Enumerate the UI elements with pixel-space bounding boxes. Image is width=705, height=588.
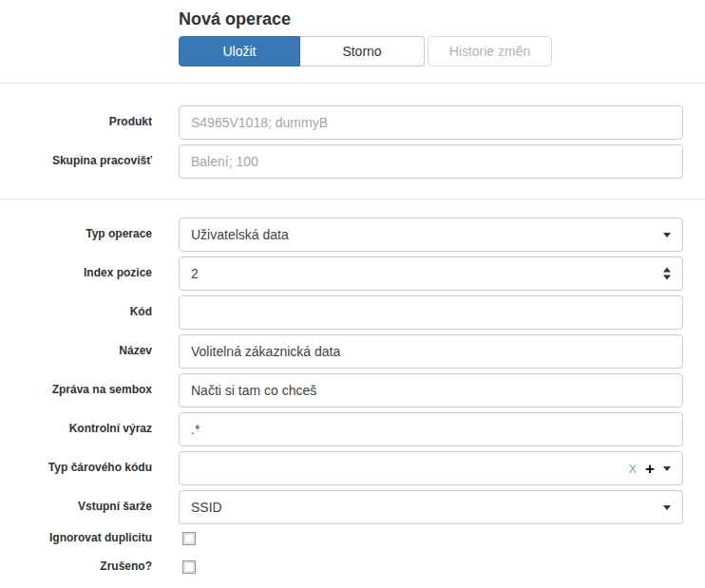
- cancel-button[interactable]: Storno: [300, 36, 425, 66]
- kod-input[interactable]: [179, 295, 683, 330]
- produkt-input[interactable]: [179, 105, 683, 140]
- zruseno-control: [179, 558, 683, 575]
- index-pozice-label: Index pozice: [0, 256, 152, 291]
- page-title: Nová operace: [179, 0, 705, 30]
- skupina-pracovist-label: Skupina pracovišť: [0, 144, 152, 179]
- save-button[interactable]: Uložit: [179, 36, 300, 66]
- zprava-na-sembox-control: [179, 373, 683, 408]
- ignorovat-duplicitu-checkbox[interactable]: [182, 532, 196, 545]
- kontrolni-vyraz-input[interactable]: [179, 412, 683, 446]
- skupina-pracovist-control: [179, 144, 683, 179]
- form-row-zruseno: Zrušeno?: [0, 558, 705, 575]
- zprava-na-sembox-label: Zpráva na sembox: [0, 373, 152, 408]
- nazev-control: [179, 334, 683, 369]
- vstupni-sarze-control: SSID: [179, 490, 683, 524]
- form-row-produkt: Produkt: [0, 105, 705, 140]
- typ-operace-select[interactable]: Uživatelská data: [179, 218, 683, 252]
- vstupni-sarze-label: Vstupní šarže: [0, 490, 152, 524]
- typ-caroveho-kodu-label: Typ čárového kódu: [0, 451, 152, 485]
- form-row-nazev: Název: [0, 334, 705, 369]
- typ-caroveho-kodu-multiselect[interactable]: X +: [179, 451, 683, 485]
- kod-label: Kód: [0, 295, 152, 330]
- form-row-skupina-pracovist: Skupina pracovišť: [0, 144, 705, 179]
- kontrolni-vyraz-control: [179, 412, 683, 446]
- chevron-down-icon[interactable]: [663, 466, 671, 471]
- form-row-vstupni-sarze: Vstupní šarže SSID: [0, 490, 705, 524]
- form-row-ignorovat-duplicitu: Ignorovat duplicitu: [0, 529, 705, 546]
- operation-section: Typ operace Uživatelská data Index pozic…: [0, 199, 705, 575]
- new-operation-page: Nová operace Uložit Storno Historie změn…: [0, 0, 705, 588]
- zruseno-checkbox[interactable]: [182, 560, 196, 574]
- ignorovat-duplicitu-control: [179, 529, 683, 546]
- produkt-label: Produkt: [0, 105, 152, 140]
- stepper-down-icon: [663, 275, 671, 280]
- form-row-typ-caroveho-kodu: Typ čárového kódu X +: [0, 451, 705, 485]
- clear-icon[interactable]: X: [628, 463, 637, 475]
- vstupni-sarze-value: SSID: [191, 500, 222, 515]
- form-row-kod: Kód: [0, 295, 705, 330]
- nazev-label: Název: [0, 334, 152, 369]
- toolbar: Uložit Storno Historie změn: [179, 36, 705, 66]
- form-row-index-pozice: Index pozice: [0, 256, 705, 291]
- form-row-zprava-na-sembox: Zpráva na sembox: [0, 373, 705, 408]
- typ-operace-control: Uživatelská data: [179, 218, 683, 252]
- checkbox-rows: Ignorovat duplicitu Zrušeno?: [0, 529, 705, 575]
- kontrolni-vyraz-label: Kontrolní výraz: [0, 412, 152, 446]
- vstupni-sarze-select[interactable]: SSID: [179, 490, 683, 524]
- page-header: Nová operace Uložit Storno Historie změn: [0, 0, 705, 66]
- chevron-down-icon: [663, 233, 671, 237]
- chevron-down-icon: [663, 505, 671, 510]
- form-row-typ-operace: Typ operace Uživatelská data: [0, 218, 705, 252]
- typ-caroveho-kodu-control: X +: [179, 451, 683, 485]
- zruseno-label: Zrušeno?: [0, 560, 152, 573]
- typ-operace-label: Typ operace: [0, 218, 152, 252]
- index-pozice-control: [179, 256, 683, 291]
- typ-operace-value: Uživatelská data: [191, 227, 289, 242]
- history-button[interactable]: Historie změn: [428, 36, 552, 66]
- number-stepper[interactable]: [663, 268, 671, 280]
- kod-control: [179, 295, 683, 330]
- produkt-control: [179, 105, 683, 140]
- product-section: Produkt Skupina pracovišť: [0, 84, 705, 179]
- nazev-input[interactable]: [179, 334, 683, 369]
- stepper-up-icon: [663, 268, 671, 273]
- index-pozice-input[interactable]: [179, 256, 683, 291]
- multiselect-controls: X +: [628, 461, 671, 477]
- add-icon[interactable]: +: [645, 461, 655, 477]
- form-row-kontrolni-vyraz: Kontrolní výraz: [0, 412, 705, 446]
- skupina-pracovist-input[interactable]: [179, 144, 683, 179]
- zprava-na-sembox-input[interactable]: [179, 373, 683, 408]
- ignorovat-duplicitu-label: Ignorovat duplicitu: [0, 531, 152, 544]
